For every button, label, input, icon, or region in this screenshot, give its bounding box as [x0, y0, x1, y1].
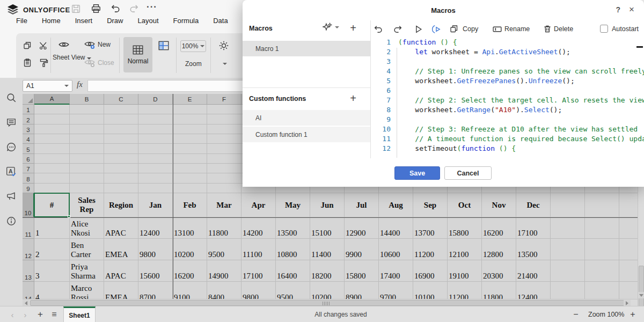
zoom-out-icon[interactable]: − — [570, 306, 582, 322]
add-macro-button[interactable]: + — [347, 21, 360, 34]
cell-B10[interactable]: Sales Rep — [70, 193, 104, 217]
cell-G10[interactable]: Apr — [241, 193, 276, 217]
cell-E6[interactable] — [173, 154, 207, 164]
row-header-6[interactable]: 6 — [23, 154, 34, 164]
cell-Q10[interactable] — [585, 193, 619, 217]
more-options-icon[interactable]: ··· — [146, 1, 158, 13]
menu-tab-data[interactable]: Data — [213, 17, 228, 28]
col-header-F[interactable]: F — [207, 94, 241, 105]
cell-M11[interactable]: 15800 — [448, 217, 482, 239]
cell-B14[interactable]: Marco Rossi — [70, 282, 104, 299]
cell-D14[interactable]: 8700 — [138, 282, 173, 299]
run-macro-icon[interactable] — [412, 23, 425, 35]
cell-A9[interactable] — [34, 184, 70, 193]
cell-K13[interactable]: 17400 — [379, 260, 413, 282]
cell-M12[interactable]: 12100 — [448, 239, 482, 260]
menu-tab-formula[interactable]: Formula — [173, 17, 199, 28]
autostart-checkbox[interactable] — [600, 25, 608, 33]
code-scrollbar-thumb[interactable] — [636, 46, 643, 48]
cell-F4[interactable] — [207, 134, 241, 144]
cell-P13[interactable] — [551, 260, 585, 282]
cell-N11[interactable]: 16200 — [482, 217, 516, 239]
row-header-7[interactable]: 7 — [23, 164, 34, 173]
cell-C5[interactable] — [104, 144, 138, 153]
row-header-11[interactable]: 11 — [23, 217, 34, 239]
cell-A3[interactable] — [34, 125, 70, 134]
col-header-E[interactable]: E — [173, 94, 207, 105]
cell-C10[interactable]: Region — [104, 193, 138, 217]
cell-B13[interactable]: Priya Sharma — [70, 260, 104, 282]
sheet-tab[interactable]: Sheet1 — [63, 306, 96, 322]
custom-function-item-1[interactable]: AI — [243, 110, 370, 126]
cell-D1[interactable] — [138, 105, 173, 114]
cut-icon[interactable] — [36, 39, 50, 53]
cell-I14[interactable]: 10200 — [310, 282, 345, 299]
cell-E14[interactable]: 9100 — [173, 282, 207, 299]
scroll-down-icon[interactable] — [639, 292, 644, 298]
cell-F11[interactable]: 11800 — [207, 217, 241, 239]
row-header-10[interactable]: 10 — [23, 193, 34, 217]
save-button[interactable]: Save — [394, 166, 440, 180]
row-header-9[interactable]: 9 — [23, 184, 34, 193]
prev-sheet-icon[interactable]: ‹ — [6, 306, 18, 322]
cell-J12[interactable]: 9900 — [345, 239, 379, 260]
cell-B7[interactable] — [70, 164, 104, 173]
cell-F14[interactable]: 8400 — [207, 282, 241, 299]
cell-L14[interactable]: 10100 — [413, 282, 448, 299]
cell-A14[interactable]: 4 — [34, 282, 70, 299]
cell-H10[interactable]: May — [276, 193, 310, 217]
cell-E12[interactable]: 10200 — [173, 239, 207, 260]
row-header-8[interactable]: 8 — [23, 173, 34, 183]
cell-I12[interactable]: 11400 — [310, 239, 345, 260]
horizontal-scrollbar[interactable] — [23, 299, 638, 306]
cell-E11[interactable]: 13100 — [173, 217, 207, 239]
ai-macro-button[interactable] — [322, 23, 339, 32]
cell-R13[interactable] — [619, 260, 638, 282]
cell-D12[interactable]: 9800 — [138, 239, 173, 260]
about-icon[interactable] — [5, 215, 17, 227]
cell-P11[interactable] — [551, 217, 585, 239]
cell-E9[interactable] — [173, 184, 207, 193]
row-header-3[interactable]: 3 — [23, 125, 34, 134]
cell-E7[interactable] — [173, 164, 207, 173]
cell-B1[interactable] — [70, 105, 104, 114]
cell-K11[interactable]: 14400 — [379, 217, 413, 239]
cell-A5[interactable] — [34, 144, 70, 153]
cell-K10[interactable]: Aug — [379, 193, 413, 217]
paste-icon[interactable] — [20, 56, 34, 70]
cell-J10[interactable]: Jul — [345, 193, 379, 217]
cell-E13[interactable]: 16200 — [173, 260, 207, 282]
cell-B4[interactable] — [70, 134, 104, 144]
new-sheet-view-icon[interactable] — [83, 38, 97, 52]
menu-tab-home[interactable]: Home — [42, 17, 61, 28]
cell-E4[interactable] — [173, 134, 207, 144]
cell-B9[interactable] — [70, 184, 104, 193]
cell-O12[interactable]: 13500 — [516, 239, 551, 260]
cell-I10[interactable]: Jun — [310, 193, 345, 217]
macro-item-1[interactable]: Macro 1 — [243, 41, 370, 56]
cell-J14[interactable]: 8900 — [345, 282, 379, 299]
row-header-4[interactable]: 4 — [23, 134, 34, 144]
cell-O10[interactable]: Dec — [516, 193, 551, 217]
copy-macro-label[interactable]: Copy — [463, 25, 478, 33]
cell-D8[interactable] — [138, 173, 173, 183]
cell-F8[interactable] — [207, 173, 241, 183]
cell-Q12[interactable] — [585, 239, 619, 260]
cell-K14[interactable]: 9700 — [379, 282, 413, 299]
custom-function-item-2[interactable]: Custom function 1 — [243, 127, 370, 142]
row-header-2[interactable]: 2 — [23, 114, 34, 124]
cell-B2[interactable] — [70, 114, 104, 124]
cell-M10[interactable]: Oct — [448, 193, 482, 217]
zoom-dropdown[interactable]: 100% — [180, 40, 206, 52]
cell-L11[interactable]: 13700 — [413, 217, 448, 239]
cell-F1[interactable] — [207, 105, 241, 114]
autostart-label[interactable]: Autostart — [612, 25, 639, 33]
cell-C3[interactable] — [104, 125, 138, 134]
cell-B12[interactable]: Ben Carter — [70, 239, 104, 260]
run-all-macro-icon[interactable] — [430, 23, 443, 35]
feedback-icon[interactable] — [5, 191, 17, 202]
row-header-12[interactable]: 12 — [23, 239, 34, 260]
cell-G11[interactable]: 14200 — [241, 217, 276, 239]
close-sheet-view-icon[interactable] — [83, 56, 97, 70]
cell-L10[interactable]: Sep — [413, 193, 448, 217]
